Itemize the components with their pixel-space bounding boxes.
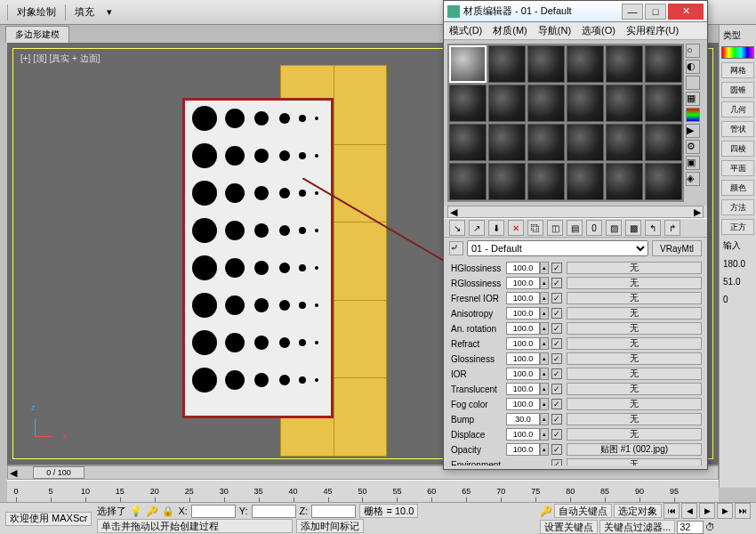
spinner-up-down-icon[interactable]: ▴ xyxy=(540,292,549,304)
param-spinner[interactable]: 100.0 xyxy=(506,352,540,365)
sample-type-icon[interactable]: ○ xyxy=(686,44,700,58)
param-map-button[interactable]: 无 xyxy=(567,292,702,304)
param-map-button[interactable]: 无 xyxy=(567,398,702,410)
sample-slot[interactable] xyxy=(527,124,565,161)
param-spinner[interactable]: 100.0 xyxy=(506,443,540,456)
panel-item[interactable]: 0 xyxy=(721,292,754,306)
param-checkbox[interactable]: ✓ xyxy=(551,429,562,440)
sample-slot[interactable] xyxy=(567,85,604,122)
panel-item[interactable]: 四棱 xyxy=(721,141,754,157)
prev-frame-icon[interactable]: ◀ xyxy=(681,503,697,519)
param-checkbox[interactable]: ✓ xyxy=(551,399,562,409)
options-icon[interactable]: ⚙ xyxy=(686,140,700,154)
menu-options[interactable]: 选项(O) xyxy=(582,24,615,37)
panel-item[interactable]: 输入 xyxy=(721,239,754,253)
minimize-button[interactable]: — xyxy=(622,4,643,20)
param-spinner[interactable]: 100.0 xyxy=(506,398,540,410)
menu-mode[interactable]: 模式(D) xyxy=(449,24,482,37)
sample-slot[interactable] xyxy=(567,163,604,200)
spinner-up-down-icon[interactable]: ▴ xyxy=(540,383,549,395)
viewport-label[interactable]: [+] [顶] [真实 + 边面] xyxy=(20,53,100,65)
sample-slot[interactable] xyxy=(527,45,565,83)
param-spinner[interactable]: 100.0 xyxy=(506,428,540,441)
panel-item[interactable]: 180.0 xyxy=(721,256,754,271)
sample-slot[interactable] xyxy=(449,45,487,83)
panel-item[interactable]: 类型 xyxy=(721,28,754,43)
assign-icon[interactable]: ⬇ xyxy=(488,220,504,236)
param-spinner[interactable]: 100.0 xyxy=(506,262,540,274)
spinner-up-down-icon[interactable]: ▴ xyxy=(540,322,549,335)
param-checkbox[interactable]: ✓ xyxy=(551,444,562,455)
menu-nav[interactable]: 导航(N) xyxy=(538,24,571,37)
param-checkbox[interactable]: ✓ xyxy=(551,353,562,364)
key-filter-button[interactable]: 关键点过滤器... xyxy=(599,520,675,534)
reset-icon[interactable]: ✕ xyxy=(508,220,524,236)
coord-y-input[interactable] xyxy=(252,505,296,518)
param-checkbox[interactable]: ✓ xyxy=(551,278,562,288)
get-material-icon[interactable]: ↘ xyxy=(449,220,465,236)
param-map-button[interactable]: 无 xyxy=(567,368,702,380)
param-map-button[interactable]: 无 xyxy=(567,383,702,395)
maximize-button[interactable]: □ xyxy=(645,4,666,20)
background-icon[interactable] xyxy=(686,76,700,90)
param-map-button[interactable]: 无 xyxy=(567,413,702,425)
sample-slot[interactable] xyxy=(488,124,526,161)
panel-item[interactable]: 正方 xyxy=(721,219,754,235)
param-checkbox[interactable]: ✓ xyxy=(551,414,562,425)
panel-item[interactable]: 网格 xyxy=(721,62,754,78)
coord-x-input[interactable] xyxy=(191,505,236,518)
sample-slot[interactable] xyxy=(645,124,682,161)
param-spinner[interactable]: 100.0 xyxy=(506,368,540,380)
sample-slot[interactable] xyxy=(645,163,682,200)
time-ruler[interactable]: 05101520253035404550556065707580859095 xyxy=(7,480,719,503)
spinner-up-down-icon[interactable]: ▴ xyxy=(540,428,549,441)
panel-item[interactable]: 管状 xyxy=(721,121,754,137)
spinner-up-down-icon[interactable]: ▴ xyxy=(540,413,549,425)
add-tag-button[interactable]: 添加时间标记 xyxy=(296,519,364,533)
sample-slot[interactable] xyxy=(488,45,526,83)
video-icon[interactable]: ▶ xyxy=(686,124,700,138)
texture-preview-panel[interactable] xyxy=(182,98,334,418)
param-map-button[interactable]: 无 xyxy=(567,458,702,465)
material-type-button[interactable]: VRayMtl xyxy=(652,240,702,256)
put-scene-icon[interactable]: ↗ xyxy=(469,220,485,236)
param-checkbox[interactable]: ✓ xyxy=(551,323,562,334)
sample-scrollbar[interactable]: ◀▶ xyxy=(447,206,704,218)
param-checkbox[interactable]: ✓ xyxy=(551,308,562,319)
sample-slot[interactable] xyxy=(488,163,526,200)
panel-item[interactable]: 51.0 xyxy=(721,274,754,288)
param-map-button[interactable]: 无 xyxy=(567,262,702,274)
pick-icon[interactable]: ⤶ xyxy=(449,241,463,255)
sample-slot[interactable] xyxy=(606,124,643,161)
put-lib-icon[interactable]: ▤ xyxy=(567,220,583,236)
sample-slot[interactable] xyxy=(606,45,643,83)
isolate-icon[interactable]: 🔑 xyxy=(146,506,158,517)
sample-slot[interactable] xyxy=(645,85,682,122)
spinner-up-down-icon[interactable]: ▴ xyxy=(540,262,549,274)
menu-material[interactable]: 材质(M) xyxy=(493,24,527,37)
param-checkbox[interactable]: ✓ xyxy=(551,338,562,349)
sample-slot[interactable] xyxy=(567,45,604,83)
menu-util[interactable]: 实用程序(U) xyxy=(626,24,679,37)
key-icon[interactable]: 🔑 xyxy=(540,506,552,517)
param-map-button[interactable]: 贴图 #1 (002.jpg) xyxy=(567,443,702,456)
lock-sel-icon[interactable]: 🔒 xyxy=(162,506,174,517)
go-forward-icon[interactable]: ↱ xyxy=(664,220,680,236)
param-checkbox[interactable]: ✓ xyxy=(551,459,562,465)
param-spinner[interactable]: 100.0 xyxy=(506,337,540,350)
show-end-icon[interactable]: ▩ xyxy=(625,220,641,236)
param-map-button[interactable]: 无 xyxy=(567,352,702,365)
param-spinner[interactable]: 100.0 xyxy=(506,307,540,320)
param-spinner[interactable]: 100.0 xyxy=(506,292,540,304)
sample-slot[interactable] xyxy=(449,85,487,122)
material-editor-titlebar[interactable]: 材质编辑器 - 01 - Default — □ ✕ xyxy=(444,1,707,22)
param-spinner[interactable]: 100.0 xyxy=(506,322,540,335)
param-checkbox[interactable]: ✓ xyxy=(551,368,562,379)
sample-slot[interactable] xyxy=(606,85,643,122)
spinner-up-down-icon[interactable]: ▴ xyxy=(540,277,549,289)
material-name-select[interactable]: 01 - Default xyxy=(467,240,648,256)
param-map-button[interactable]: 无 xyxy=(567,428,702,441)
id-icon[interactable]: 0 xyxy=(586,220,602,236)
param-checkbox[interactable]: ✓ xyxy=(551,263,562,273)
param-map-button[interactable]: 无 xyxy=(567,277,702,289)
